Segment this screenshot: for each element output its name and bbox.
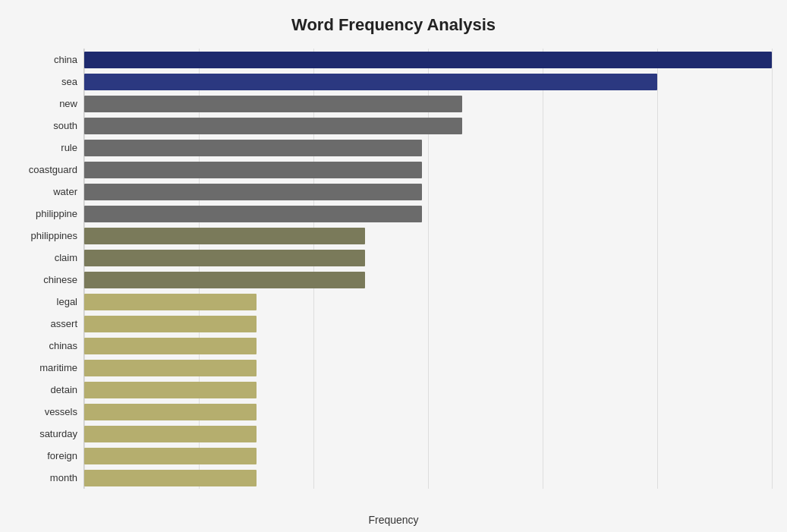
y-label: sea xyxy=(61,77,77,87)
bar-row xyxy=(84,401,772,423)
grid-line xyxy=(772,49,773,489)
y-label: vessels xyxy=(45,407,77,417)
bar-row xyxy=(84,467,772,489)
bar-row xyxy=(84,379,772,401)
bar xyxy=(84,470,257,486)
bar-row xyxy=(84,445,772,467)
bar-row xyxy=(84,93,772,115)
y-label: chinas xyxy=(49,341,77,351)
bar xyxy=(84,184,422,200)
bar-row xyxy=(84,115,772,137)
bar-row xyxy=(84,181,772,203)
bars-area xyxy=(83,49,772,489)
bar xyxy=(84,426,257,442)
y-label: foreign xyxy=(47,451,77,461)
bar-row xyxy=(84,247,772,269)
bar-row xyxy=(84,269,772,291)
bar-row xyxy=(84,423,772,445)
bar-row xyxy=(84,357,772,379)
y-label: legal xyxy=(57,297,77,307)
bar-row xyxy=(84,291,772,313)
bar xyxy=(84,96,462,112)
y-label: water xyxy=(53,187,77,197)
y-axis-labels: chinaseanewsouthrulecoastguardwaterphili… xyxy=(15,49,83,489)
y-label: philippines xyxy=(31,231,77,241)
y-label: rule xyxy=(61,143,77,153)
bar-row xyxy=(84,335,772,357)
chart-area: chinaseanewsouthrulecoastguardwaterphili… xyxy=(15,49,772,489)
bar xyxy=(84,52,772,68)
bar xyxy=(84,360,257,376)
bar xyxy=(84,338,257,354)
bar-row xyxy=(84,313,772,335)
bar xyxy=(84,74,657,90)
y-label: detain xyxy=(51,385,77,395)
bar xyxy=(84,162,422,178)
bar xyxy=(84,228,365,244)
y-label: saturday xyxy=(39,429,77,439)
y-label: maritime xyxy=(39,363,77,373)
bar xyxy=(84,206,422,222)
bar xyxy=(84,316,257,332)
bar-row xyxy=(84,137,772,159)
bar xyxy=(84,294,257,310)
y-label: assert xyxy=(51,319,77,329)
x-axis-label: Frequency xyxy=(368,514,418,526)
y-label: chinese xyxy=(43,275,77,285)
bar xyxy=(84,140,422,156)
y-label: coastguard xyxy=(29,165,77,175)
bar-row xyxy=(84,71,772,93)
y-label: china xyxy=(54,55,77,65)
bar-row xyxy=(84,203,772,225)
bar xyxy=(84,404,257,420)
bar xyxy=(84,250,365,266)
bar xyxy=(84,118,462,134)
chart-container: Word Frequency Analysis chinaseanewsouth… xyxy=(0,0,787,532)
bar xyxy=(84,382,257,398)
bar-row xyxy=(84,225,772,247)
bar xyxy=(84,272,365,288)
y-label: south xyxy=(53,121,77,131)
y-label: month xyxy=(50,473,77,483)
bar xyxy=(84,448,257,464)
bar-row xyxy=(84,49,772,71)
y-label: claim xyxy=(55,253,77,263)
y-label: philippine xyxy=(36,209,77,219)
bar-row xyxy=(84,159,772,181)
y-label: new xyxy=(59,99,77,109)
chart-title: Word Frequency Analysis xyxy=(15,15,772,35)
